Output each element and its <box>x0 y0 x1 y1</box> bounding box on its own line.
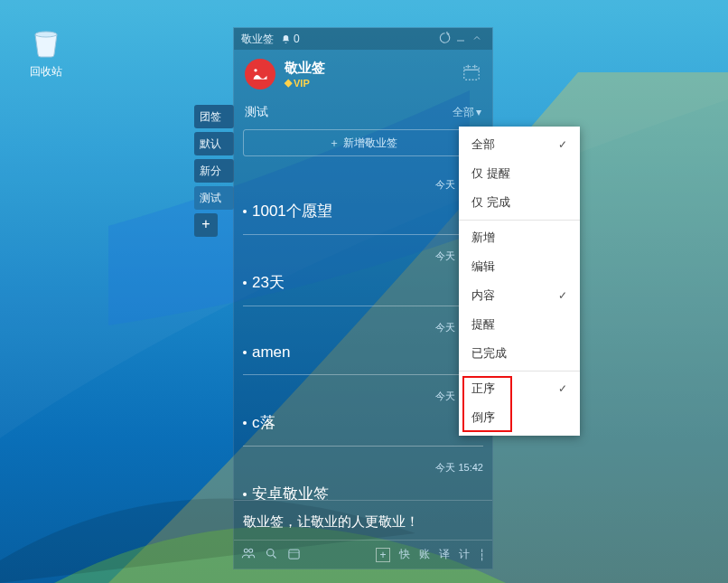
note-timestamp: 今天 15:42 <box>243 249 483 263</box>
filter-dropdown[interactable]: 全部 ▾ <box>453 105 481 120</box>
app-logo <box>245 59 275 89</box>
quick-btn-4[interactable]: 计 <box>459 547 470 562</box>
add-note-input[interactable]: ＋ 新增敬业签 <box>243 129 483 156</box>
side-tab[interactable]: 新分 <box>194 159 234 183</box>
window-titlebar: 敬业签 0 <box>234 28 492 50</box>
bullet-icon <box>243 210 247 213</box>
note-timestamp: 今天 15:42 <box>243 461 483 475</box>
side-tab[interactable]: 测试 <box>194 186 234 210</box>
menu-item-asc[interactable]: 正序✓ <box>459 374 580 403</box>
side-tab[interactable]: 团签 <box>194 105 234 128</box>
more-icon[interactable]: ┆ <box>479 549 485 561</box>
current-category[interactable]: 测试 <box>245 104 268 120</box>
menu-item[interactable]: 新增 <box>459 223 580 252</box>
menu-item[interactable]: 仅 完成 <box>459 188 580 217</box>
bullet-icon <box>243 493 247 496</box>
quick-btn-1[interactable]: 快 <box>399 547 410 562</box>
diamond-icon: ◆ <box>285 77 292 89</box>
svg-rect-2 <box>464 67 480 80</box>
menu-item[interactable]: 编辑 <box>459 252 580 281</box>
filter-menu: 全部✓ 仅 提醒 仅 完成 新增 编辑 内容✓ 提醒 已完成 正序✓ 倒序 <box>459 127 580 436</box>
menu-item[interactable]: 已完成 <box>459 339 580 368</box>
note-timestamp: 今天 15:42 <box>243 321 483 334</box>
app-window: 敬业签 0 敬业签 ◆ VIP 测试 <box>233 27 493 569</box>
check-icon: ✓ <box>558 289 567 302</box>
chevron-down-icon: ▾ <box>476 106 481 118</box>
contacts-icon[interactable] <box>241 546 256 563</box>
sync-icon[interactable] <box>436 32 453 47</box>
check-icon: ✓ <box>558 382 567 395</box>
side-tab[interactable]: 默认 <box>194 132 234 155</box>
calendar-small-icon[interactable] <box>287 547 301 563</box>
minimize-icon[interactable] <box>453 33 469 46</box>
menu-separator <box>459 220 580 221</box>
category-row: 测试 全部 ▾ <box>234 99 492 126</box>
svg-point-3 <box>267 549 275 556</box>
menu-item-desc[interactable]: 倒序 <box>459 403 580 432</box>
menu-item[interactable]: 内容✓ <box>459 281 580 310</box>
calendar-button[interactable] <box>462 62 481 86</box>
bullet-icon <box>243 281 247 285</box>
note-timestamp: 今天 15:42 <box>243 390 483 403</box>
menu-separator <box>459 371 580 371</box>
recycle-bin-icon <box>25 21 67 62</box>
note-item[interactable]: 今天 15:42 安卓敬业签 <box>243 447 483 500</box>
recycle-bin-label: 回收站 <box>21 64 70 80</box>
note-title: 安卓敬业签 <box>252 484 329 500</box>
bullet-icon <box>243 421 247 425</box>
bottom-toolbar: + 快 账 译 计 ┆ <box>234 540 492 569</box>
side-tab-add[interactable]: + <box>194 213 218 237</box>
app-header: 敬业签 ◆ VIP <box>234 50 492 99</box>
note-item[interactable]: 今天 15:42 amen <box>243 306 483 375</box>
svg-rect-4 <box>289 550 299 559</box>
quick-btn-3[interactable]: 译 <box>439 547 450 562</box>
recycle-bin[interactable]: 回收站 <box>21 21 70 80</box>
menu-item[interactable]: 提醒 <box>459 310 580 339</box>
promo-text: 敬业签，让敬业的人更敬业！ <box>234 500 492 540</box>
svg-point-1 <box>254 69 257 71</box>
quick-btn-2[interactable]: 账 <box>419 547 430 562</box>
menu-item[interactable]: 全部✓ <box>459 130 580 159</box>
note-timestamp: 今天 15:42 <box>243 178 483 192</box>
note-item[interactable]: 今天 15:42 c落 <box>243 375 483 447</box>
app-name: 敬业签 <box>285 60 325 77</box>
window-title: 敬业签 <box>241 32 274 47</box>
svg-point-0 <box>35 32 57 37</box>
bullet-icon <box>243 351 247 354</box>
notes-list: 今天 15:42 1001个愿望 今天 15:42 23天 今天 15:42 a… <box>234 164 492 500</box>
note-title: 1001个愿望 <box>252 201 332 221</box>
notification-bell[interactable]: 0 <box>281 33 300 45</box>
note-item[interactable]: 今天 15:42 23天 <box>243 235 483 306</box>
bell-icon <box>281 34 291 44</box>
add-square-button[interactable]: + <box>376 548 390 562</box>
search-icon[interactable] <box>265 547 278 563</box>
category-side-tabs: 团签 默认 新分 测试 + <box>194 105 234 237</box>
menu-item[interactable]: 仅 提醒 <box>459 159 580 188</box>
vip-badge: ◆ VIP <box>285 77 325 89</box>
note-item[interactable]: 今天 15:42 1001个愿望 <box>243 164 483 235</box>
plus-icon: ＋ <box>329 136 340 151</box>
note-title: 23天 <box>252 272 285 293</box>
check-icon: ✓ <box>558 138 567 151</box>
collapse-icon[interactable] <box>469 33 485 46</box>
note-title: c落 <box>252 412 275 433</box>
note-title: amen <box>252 343 291 362</box>
